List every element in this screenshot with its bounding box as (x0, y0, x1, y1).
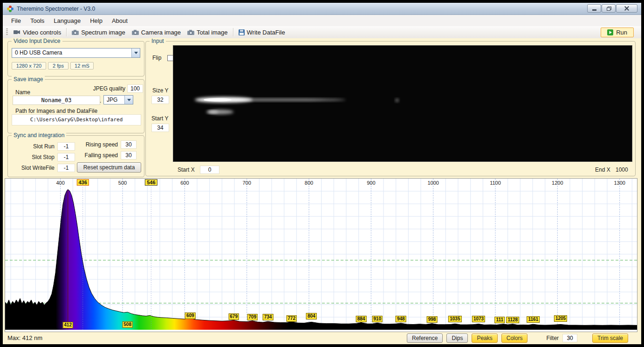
peak-label: 1128 (506, 317, 519, 323)
slot-run-label: Slot Run (12, 143, 55, 150)
peak-label: 884 (356, 316, 367, 322)
video-device-dropdown[interactable]: 0 HD USB Camera (12, 48, 140, 58)
start-x-field[interactable]: 0 (200, 166, 219, 174)
jpeg-quality-field[interactable]: 100 (127, 84, 143, 93)
axis-tick-label: 800 (305, 180, 313, 186)
minimize-button[interactable] (587, 4, 601, 13)
name-label: Name (15, 89, 30, 96)
start-y-field[interactable]: 34 (151, 124, 169, 132)
slot-run-field[interactable]: -1 (57, 142, 75, 151)
slot-writefile-label: Slot WriteFile (12, 165, 55, 171)
toolbar: Video controls Spectrum image Camera ima… (3, 26, 641, 39)
axis-tick-label: 500 (118, 180, 127, 186)
dips-button[interactable]: Dips (446, 333, 468, 343)
size-y-label: Size Y (152, 87, 168, 94)
rising-speed-label: Rising speed (78, 141, 118, 148)
close-button[interactable] (616, 4, 637, 13)
toolbar-total-image[interactable]: Total image (184, 28, 231, 37)
close-icon (624, 6, 629, 11)
peak-label: 1161 (527, 316, 540, 323)
fps-button[interactable]: 2 fps (48, 62, 69, 69)
axis-tick-label: 1200 (552, 180, 563, 186)
start-x-label: Start X (178, 167, 195, 173)
menu-help[interactable]: Help (85, 16, 107, 26)
toolbar-grip[interactable] (6, 28, 8, 36)
app-window: Theremino Spectrometer - V3.0 File Tools… (3, 3, 641, 344)
toolbar-write-datafile[interactable]: Write DataFile (235, 28, 288, 37)
image-name-input[interactable] (13, 96, 100, 105)
image-format-dropdown[interactable]: JPG (103, 95, 133, 104)
peak-label: 1035 (448, 316, 461, 322)
main-area: Video Input Device 0 HD USB Camera 1280 … (3, 38, 641, 344)
chevron-down-icon (131, 49, 140, 57)
toolbar-label: Spectrum image (81, 29, 125, 36)
resolution-button[interactable]: 1280 x 720 (12, 62, 46, 69)
falling-speed-field[interactable]: 30 (121, 151, 137, 160)
restore-button[interactable] (602, 4, 616, 13)
menu-file[interactable]: File (7, 16, 26, 26)
spectrum-chart: 4005006007008009001000110012001300436546… (5, 178, 637, 332)
slot-writefile-field[interactable]: -1 (57, 164, 75, 172)
reset-spectrum-button[interactable]: Reset spectrum data (77, 162, 141, 173)
toolbar-camera-image[interactable]: Camera image (129, 28, 184, 37)
start-y-label: Start Y (151, 115, 168, 122)
run-label: Run (616, 29, 627, 36)
status-bar: Max: 412 nm Reference Dips Peaks Colors … (3, 333, 641, 344)
peak-label: 709 (247, 314, 258, 320)
calibration-label[interactable]: 546 (145, 179, 157, 186)
flip-label: Flip (152, 55, 161, 61)
toolbar-separator (233, 28, 233, 36)
peak-label: 804 (306, 313, 317, 319)
axis-tick-label: 1100 (490, 180, 501, 186)
slot-stop-label: Slot Stop (12, 154, 55, 160)
filter-field[interactable]: 30 (562, 334, 577, 342)
latency-button[interactable]: 12 mS (70, 62, 94, 69)
menu-tools[interactable]: Tools (26, 16, 49, 26)
peak-label: 111 (495, 317, 505, 323)
peak-label: 1073 (472, 316, 485, 322)
path-field[interactable]: C:\Users\GaryG\Desktop\infared (12, 114, 141, 125)
peaks-button[interactable]: Peaks (472, 333, 497, 343)
sync-group: Sync and integration Slot Run -1 Slot St… (7, 135, 144, 177)
status-controls: Reference Dips Peaks Colors Filter 30 Tr… (407, 333, 628, 343)
toolbar-video-controls[interactable]: Video controls (10, 28, 64, 37)
titlebar: Theremino Spectrometer - V3.0 (3, 3, 641, 15)
group-title: Save image (12, 76, 45, 83)
colors-button[interactable]: Colors (501, 333, 528, 343)
rising-speed-field[interactable]: 30 (121, 140, 137, 149)
slot-stop-field[interactable]: -1 (57, 153, 75, 161)
camera-image (173, 45, 632, 162)
window-title: Theremino Spectrometer - V3.0 (17, 6, 95, 12)
toolbar-spectrum-image[interactable]: Spectrum image (69, 28, 129, 37)
menubar: File Tools Language Help About (3, 15, 641, 26)
write-datafile-icon (239, 29, 245, 35)
photo-camera-icon (132, 29, 139, 35)
calibration-label[interactable]: 436 (76, 179, 89, 186)
end-x-field[interactable]: 1000 (616, 167, 628, 173)
trim-scale-button[interactable]: Trim scale (592, 333, 628, 343)
dot-separator: . (100, 97, 101, 104)
toolbar-label: Write DataFile (247, 29, 285, 36)
menu-about[interactable]: About (107, 16, 132, 26)
run-button[interactable]: Run (601, 28, 634, 37)
minimize-icon (592, 9, 596, 11)
window-controls (587, 4, 637, 13)
max-peak-readout: Max: 412 nm (7, 334, 42, 341)
reference-button[interactable]: Reference (407, 333, 443, 343)
app-icon (7, 5, 14, 13)
peak-label: 772 (286, 315, 297, 322)
photo-camera-icon (187, 29, 194, 35)
save-image-group: Save image JPEG quality 100 Name . JPG P… (7, 79, 144, 133)
menu-language[interactable]: Language (49, 16, 85, 26)
falling-speed-label: Falling speed (78, 152, 118, 159)
image-format-value: JPG (104, 96, 124, 104)
axis-tick-label: 700 (242, 180, 251, 186)
path-label: Path for Images and the DataFile (15, 108, 97, 114)
peak-label: 910 (372, 316, 383, 322)
size-y-field[interactable]: 32 (151, 96, 169, 104)
run-play-icon (607, 29, 613, 35)
peak-label: 734 (263, 314, 274, 320)
axis-tick-label: 1000 (427, 180, 438, 186)
spectrum-plot (5, 179, 637, 331)
end-x-label: End X (595, 167, 610, 173)
